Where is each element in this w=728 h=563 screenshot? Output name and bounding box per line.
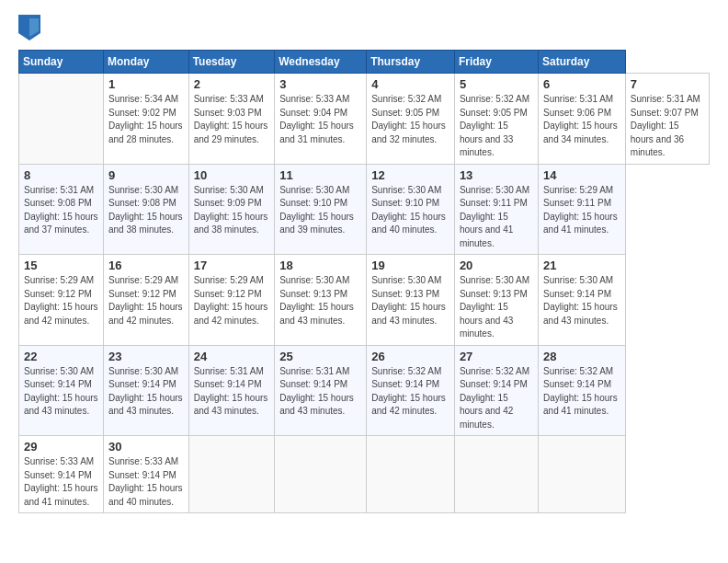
day-info: Sunrise: 5:31 AMSunset: 9:07 PMDaylight:… (631, 93, 704, 160)
weekday-header-sunday: Sunday (19, 51, 104, 74)
day-info: Sunrise: 5:32 AMSunset: 9:14 PMDaylight:… (543, 365, 620, 419)
day-info: Sunrise: 5:29 AMSunset: 9:11 PMDaylight:… (543, 184, 620, 237)
day-number: 13 (460, 168, 533, 182)
calendar-cell: 9Sunrise: 5:30 AMSunset: 9:08 PMDaylight… (103, 164, 188, 255)
calendar-cell: 24Sunrise: 5:31 AMSunset: 9:14 PMDayligh… (188, 345, 275, 436)
day-number: 26 (371, 350, 449, 363)
day-number: 5 (460, 77, 533, 91)
day-info: Sunrise: 5:33 AMSunset: 9:14 PMDaylight:… (24, 455, 98, 509)
day-info: Sunrise: 5:30 AMSunset: 9:14 PMDaylight:… (108, 365, 184, 419)
calendar-cell: 4Sunrise: 5:32 AMSunset: 9:05 PMDaylight… (367, 74, 455, 165)
day-number: 8 (24, 168, 98, 182)
day-number: 7 (631, 77, 704, 91)
calendar-cell: 2Sunrise: 5:33 AMSunset: 9:03 PMDaylight… (188, 74, 275, 165)
calendar-cell: 17Sunrise: 5:29 AMSunset: 9:12 PMDayligh… (188, 255, 275, 346)
calendar-cell (275, 436, 367, 513)
day-info: Sunrise: 5:30 AMSunset: 9:08 PMDaylight:… (108, 184, 184, 237)
day-number: 23 (108, 350, 184, 363)
day-info: Sunrise: 5:30 AMSunset: 9:13 PMDaylight:… (279, 274, 361, 327)
calendar-cell: 13Sunrise: 5:30 AMSunset: 9:11 PMDayligh… (454, 164, 538, 255)
weekday-header-saturday: Saturday (539, 51, 626, 74)
weekday-header-tuesday: Tuesday (188, 51, 275, 74)
day-info: Sunrise: 5:30 AMSunset: 9:13 PMDaylight:… (371, 274, 449, 327)
day-number: 14 (543, 168, 620, 182)
weekday-header-wednesday: Wednesday (275, 51, 367, 74)
weekday-header-thursday: Thursday (367, 51, 455, 74)
week-row-4: 22Sunrise: 5:30 AMSunset: 9:14 PMDayligh… (19, 345, 710, 436)
day-number: 18 (279, 259, 361, 272)
day-number: 25 (279, 350, 361, 363)
week-row-1: 1Sunrise: 5:34 AMSunset: 9:02 PMDaylight… (19, 74, 710, 165)
day-number: 15 (24, 259, 98, 272)
calendar-cell: 10Sunrise: 5:30 AMSunset: 9:09 PMDayligh… (188, 164, 275, 255)
logo-icon (18, 15, 40, 40)
day-number: 3 (279, 77, 361, 91)
day-info: Sunrise: 5:31 AMSunset: 9:08 PMDaylight:… (24, 184, 98, 237)
calendar-cell: 29Sunrise: 5:33 AMSunset: 9:14 PMDayligh… (19, 436, 104, 513)
calendar-cell: 7Sunrise: 5:31 AMSunset: 9:07 PMDaylight… (625, 74, 709, 165)
day-number: 4 (371, 77, 449, 91)
day-info: Sunrise: 5:30 AMSunset: 9:14 PMDaylight:… (543, 274, 620, 327)
calendar-cell: 16Sunrise: 5:29 AMSunset: 9:12 PMDayligh… (103, 255, 188, 346)
calendar-cell: 21Sunrise: 5:30 AMSunset: 9:14 PMDayligh… (539, 255, 626, 346)
calendar-cell (454, 436, 538, 513)
day-number: 19 (371, 259, 449, 272)
calendar-cell: 19Sunrise: 5:30 AMSunset: 9:13 PMDayligh… (367, 255, 455, 346)
calendar: SundayMondayTuesdayWednesdayThursdayFrid… (18, 50, 710, 513)
logo (18, 15, 44, 40)
weekday-header-monday: Monday (103, 51, 188, 74)
calendar-cell: 12Sunrise: 5:30 AMSunset: 9:10 PMDayligh… (367, 164, 455, 255)
day-number: 27 (460, 350, 533, 363)
calendar-cell: 22Sunrise: 5:30 AMSunset: 9:14 PMDayligh… (19, 345, 104, 436)
day-info: Sunrise: 5:32 AMSunset: 9:14 PMDaylight:… (460, 365, 533, 432)
day-info: Sunrise: 5:29 AMSunset: 9:12 PMDaylight:… (24, 274, 98, 327)
calendar-cell: 27Sunrise: 5:32 AMSunset: 9:14 PMDayligh… (454, 345, 538, 436)
day-info: Sunrise: 5:32 AMSunset: 9:14 PMDaylight:… (371, 365, 449, 419)
calendar-cell: 6Sunrise: 5:31 AMSunset: 9:06 PMDaylight… (539, 74, 626, 165)
calendar-cell: 5Sunrise: 5:32 AMSunset: 9:05 PMDaylight… (454, 74, 538, 165)
day-number: 28 (543, 350, 620, 363)
weekday-header-friday: Friday (454, 51, 538, 74)
day-number: 20 (460, 259, 533, 272)
calendar-cell: 15Sunrise: 5:29 AMSunset: 9:12 PMDayligh… (19, 255, 104, 346)
day-number: 21 (543, 259, 620, 272)
day-info: Sunrise: 5:30 AMSunset: 9:13 PMDaylight:… (460, 274, 533, 341)
day-info: Sunrise: 5:31 AMSunset: 9:06 PMDaylight:… (543, 93, 620, 146)
day-number: 30 (108, 440, 184, 454)
day-info: Sunrise: 5:31 AMSunset: 9:14 PMDaylight:… (279, 365, 361, 419)
calendar-cell (539, 436, 626, 513)
calendar-cell: 28Sunrise: 5:32 AMSunset: 9:14 PMDayligh… (539, 345, 626, 436)
header-area (18, 15, 710, 40)
day-info: Sunrise: 5:29 AMSunset: 9:12 PMDaylight:… (194, 274, 270, 327)
day-number: 12 (371, 168, 449, 182)
calendar-cell (367, 436, 455, 513)
day-info: Sunrise: 5:30 AMSunset: 9:11 PMDaylight:… (460, 184, 533, 251)
calendar-cell: 11Sunrise: 5:30 AMSunset: 9:10 PMDayligh… (275, 164, 367, 255)
page: SundayMondayTuesdayWednesdayThursdayFrid… (0, 0, 728, 563)
week-row-5: 29Sunrise: 5:33 AMSunset: 9:14 PMDayligh… (19, 436, 710, 513)
calendar-cell: 25Sunrise: 5:31 AMSunset: 9:14 PMDayligh… (275, 345, 367, 436)
day-number: 6 (543, 77, 620, 91)
day-number: 9 (108, 168, 184, 182)
calendar-cell: 8Sunrise: 5:31 AMSunset: 9:08 PMDaylight… (19, 164, 104, 255)
week-row-2: 8Sunrise: 5:31 AMSunset: 9:08 PMDaylight… (19, 164, 710, 255)
day-info: Sunrise: 5:33 AMSunset: 9:03 PMDaylight:… (194, 93, 270, 146)
day-info: Sunrise: 5:29 AMSunset: 9:12 PMDaylight:… (108, 274, 184, 327)
day-number: 10 (194, 168, 270, 182)
day-info: Sunrise: 5:30 AMSunset: 9:14 PMDaylight:… (24, 365, 98, 419)
day-number: 16 (108, 259, 184, 272)
day-info: Sunrise: 5:30 AMSunset: 9:10 PMDaylight:… (279, 184, 361, 237)
calendar-cell: 1Sunrise: 5:34 AMSunset: 9:02 PMDaylight… (103, 74, 188, 165)
day-number: 11 (279, 168, 361, 182)
calendar-cell: 20Sunrise: 5:30 AMSunset: 9:13 PMDayligh… (454, 255, 538, 346)
day-number: 17 (194, 259, 270, 272)
week-row-3: 15Sunrise: 5:29 AMSunset: 9:12 PMDayligh… (19, 255, 710, 346)
day-number: 24 (194, 350, 270, 363)
calendar-cell (188, 436, 275, 513)
day-number: 22 (24, 350, 98, 363)
day-info: Sunrise: 5:31 AMSunset: 9:14 PMDaylight:… (194, 365, 270, 419)
day-number: 2 (194, 77, 270, 91)
day-info: Sunrise: 5:30 AMSunset: 9:09 PMDaylight:… (194, 184, 270, 237)
day-number: 29 (24, 440, 98, 454)
calendar-cell: 26Sunrise: 5:32 AMSunset: 9:14 PMDayligh… (367, 345, 455, 436)
